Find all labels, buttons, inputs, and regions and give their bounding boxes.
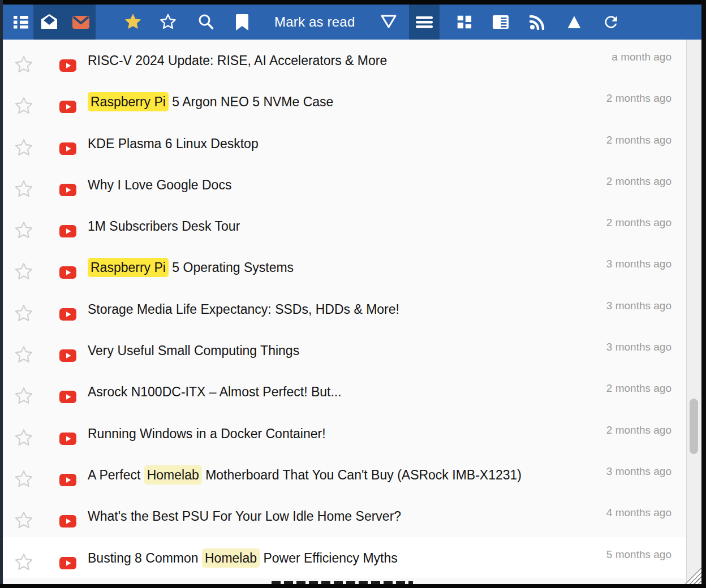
refresh-button[interactable] — [593, 5, 628, 40]
star-toggle-icon[interactable] — [14, 429, 33, 448]
scroll-top-button[interactable] — [557, 5, 592, 40]
star-toggle-icon[interactable] — [14, 553, 33, 572]
article-title: KDE Plasma 6 Linux Desktop — [88, 136, 259, 152]
clipped-article-row[interactable] — [3, 578, 686, 584]
article-row[interactable]: 1M Subscribers Desk Tour 2 months ago — [3, 205, 686, 247]
youtube-icon — [59, 308, 76, 321]
article-title: What's the Best PSU For Your Low Idle Ho… — [88, 509, 401, 524]
star-toggle-icon[interactable] — [14, 511, 33, 530]
menu-button[interactable] — [409, 5, 440, 40]
rss-icon — [528, 13, 546, 31]
layout-button[interactable] — [446, 5, 481, 40]
article-row[interactable]: RISC-V 2024 Update: RISE, AI Accelerator… — [3, 40, 686, 81]
article-title: Storage Media Life Expectancy: SSDs, HDD… — [88, 302, 399, 317]
article-time: 3 months ago — [606, 465, 671, 478]
star-filled-icon — [123, 12, 143, 32]
star-toggle-icon[interactable] — [14, 139, 33, 158]
article-title: 1M Subscribers Desk Tour — [88, 219, 240, 234]
article-row[interactable]: Why I Love Google Docs 2 months ago — [3, 164, 686, 205]
filter-button[interactable] — [371, 5, 406, 40]
youtube-icon — [59, 101, 76, 113]
article-row[interactable]: Running Windows in a Docker Container! 2… — [3, 413, 686, 454]
article-list-pane: RISC-V 2024 Update: RISE, AI Accelerator… — [3, 40, 701, 584]
star-toggle-icon[interactable] — [14, 304, 33, 323]
article-time: 4 months ago — [606, 507, 671, 519]
reader-icon — [492, 13, 510, 31]
envelope-open-icon — [40, 13, 58, 31]
article-title: A Perfect Homelab Motherboard That You C… — [88, 468, 522, 483]
youtube-icon — [59, 515, 76, 528]
clipped-row-text — [272, 581, 413, 584]
youtube-icon — [59, 266, 76, 279]
youtube-icon — [59, 433, 76, 445]
envelope-orange-icon — [71, 13, 91, 31]
article-row[interactable]: KDE Plasma 6 Linux Desktop 2 months ago — [3, 123, 686, 164]
dashboard-icon — [455, 14, 472, 31]
list-icon — [12, 13, 30, 31]
article-time: 2 months ago — [606, 382, 671, 395]
article-time: 3 months ago — [606, 300, 671, 312]
star-toggle-icon[interactable] — [14, 387, 33, 406]
scrollbar-track[interactable] — [686, 40, 701, 584]
bookmark-button[interactable] — [225, 5, 260, 40]
article-title: RISC-V 2024 Update: RISE, AI Accelerator… — [88, 53, 387, 68]
feeds-button[interactable] — [520, 5, 555, 40]
window-frame-bottom — [0, 584, 706, 588]
article-list: RISC-V 2024 Update: RISE, AI Accelerator… — [3, 40, 686, 578]
article-time: 2 months ago — [606, 217, 671, 229]
mark-read-button[interactable] — [32, 5, 67, 40]
scrollbar-thumb[interactable] — [690, 399, 698, 454]
article-row[interactable]: What's the Best PSU For Your Low Idle Ho… — [3, 495, 686, 537]
youtube-icon — [59, 225, 76, 237]
youtube-icon — [59, 142, 76, 155]
article-time: 3 months ago — [606, 341, 671, 353]
youtube-icon — [59, 184, 76, 196]
window-frame-right — [701, 0, 706, 588]
youtube-icon — [59, 557, 76, 569]
search-button[interactable] — [188, 5, 223, 40]
youtube-icon — [59, 391, 76, 403]
star-toggle-icon[interactable] — [14, 55, 33, 75]
mark-unread-button[interactable] — [63, 5, 98, 40]
starred-filter-button[interactable] — [115, 5, 150, 40]
article-time: 5 months ago — [606, 548, 671, 561]
star-toggle-icon[interactable] — [14, 470, 33, 489]
article-row[interactable]: A Perfect Homelab Motherboard That You C… — [3, 454, 686, 495]
mark-as-read-button[interactable]: Mark as read — [274, 5, 355, 40]
article-time: a month ago — [612, 51, 671, 63]
article-row[interactable]: Raspberry Pi 5 Operating Systems 3 month… — [3, 247, 686, 288]
triangle-up-icon — [566, 14, 583, 31]
article-time: 2 months ago — [606, 424, 671, 436]
toolbar: Mark as read — [3, 5, 701, 40]
article-row[interactable]: Storage Media Life Expectancy: SSDs, HDD… — [3, 288, 686, 330]
star-outline-icon — [159, 13, 177, 31]
youtube-icon — [59, 474, 76, 486]
star-toggle-icon[interactable] — [14, 97, 33, 116]
star-toggle-icon[interactable] — [14, 262, 33, 282]
star-toggle-icon[interactable] — [14, 345, 33, 365]
hamburger-icon — [415, 13, 433, 31]
star-toggle-icon[interactable] — [14, 180, 33, 199]
youtube-icon — [59, 59, 76, 72]
refresh-icon — [602, 13, 620, 31]
article-time: 2 months ago — [606, 175, 671, 188]
mark-as-read-label: Mark as read — [274, 14, 355, 30]
article-title: Raspberry Pi 5 Operating Systems — [88, 260, 294, 275]
star-toggle-button[interactable] — [150, 5, 186, 40]
article-time: 3 months ago — [606, 258, 671, 270]
article-title: Asrock N100DC-ITX – Almost Perfect! But.… — [88, 384, 342, 400]
reader-view-button[interactable] — [483, 5, 518, 40]
youtube-icon — [59, 349, 76, 362]
triangle-down-outline-icon — [380, 14, 398, 31]
article-row[interactable]: Busting 8 Common Homelab Power Efficienc… — [3, 537, 686, 578]
article-time: 2 months ago — [606, 92, 671, 105]
article-row[interactable]: Asrock N100DC-ITX – Almost Perfect! But.… — [3, 371, 686, 412]
article-title: Why I Love Google Docs — [88, 178, 231, 193]
article-title: Running Windows in a Docker Container! — [88, 426, 326, 442]
bookmark-icon — [234, 13, 250, 31]
article-row[interactable]: Raspberry Pi 5 Argon NEO 5 NVMe Case 2 m… — [3, 81, 686, 122]
star-toggle-icon[interactable] — [14, 221, 33, 240]
magnifier-icon — [197, 13, 215, 31]
window-frame-top — [0, 0, 706, 5]
article-row[interactable]: Very Useful Small Computing Things 3 mon… — [3, 330, 686, 371]
